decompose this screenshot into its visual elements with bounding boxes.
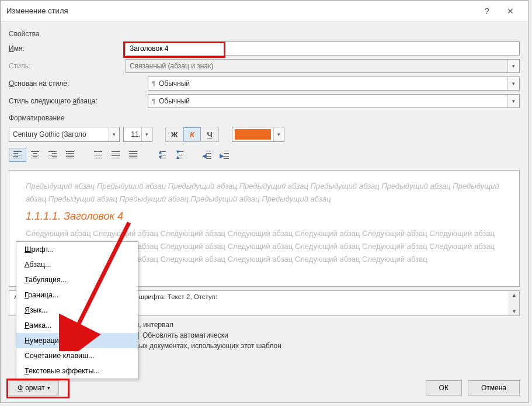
basedon-label: Основан на стиле: <box>9 79 126 88</box>
basedon-row: Основан на стиле: ¶ Обычный ▾ <box>9 77 520 91</box>
formatting-row: Century Gothic (Заголо ▾ 11,5 ▾ Ж К Ч ▾ <box>9 127 520 142</box>
styletype-combo: Связанный (абзац и знак) ▾ <box>126 59 520 73</box>
name-label: Имя: <box>9 44 126 53</box>
preview-prev-text: Предыдущий абзац Предыдущий абзац Предыд… <box>26 180 503 206</box>
chevron-down-icon[interactable]: ▾ <box>507 77 519 90</box>
format-menu: Шрифт... Абзац... Табуляция... Граница..… <box>16 241 138 379</box>
font-combo[interactable]: Century Gothic (Заголо ▾ <box>9 127 120 142</box>
menu-frame[interactable]: Рамка... <box>16 318 138 333</box>
preview-sample-text: 1.1.1.1. Заголовок 4 <box>26 210 503 223</box>
menu-tabs[interactable]: Табуляция... <box>16 272 138 287</box>
menu-shortcut[interactable]: Сочетание клавиш... <box>16 348 138 363</box>
ok-button[interactable]: ОК <box>426 380 462 395</box>
space-before-inc-button[interactable]: ▲▼ <box>152 148 170 162</box>
underline-button[interactable]: Ч <box>201 127 218 141</box>
titlebar: Изменение стиля ? ✕ <box>1 1 528 22</box>
styletype-label: Стиль: <box>9 62 126 70</box>
indent-dec-button[interactable]: ◀ <box>198 148 215 162</box>
modify-style-dialog: Изменение стиля ? ✕ Свойства Имя: Стиль:… <box>0 0 528 403</box>
italic-button[interactable]: К <box>183 127 201 141</box>
menu-numbering[interactable]: Нумерация... <box>16 333 138 348</box>
styletype-row: Стиль: Связанный (абзац и знак) ▾ <box>9 59 520 73</box>
basedon-value: Обычный <box>159 79 190 88</box>
align-left-button[interactable] <box>9 148 26 162</box>
font-style-group: Ж К Ч <box>165 127 219 142</box>
menu-paragraph[interactable]: Абзац... <box>16 257 138 272</box>
nextstyle-label: Стиль следующего абзаца: <box>9 97 126 105</box>
font-value: Century Gothic (Заголо <box>13 130 86 138</box>
pilcrow-icon: ¶ <box>152 98 155 105</box>
linespacing-2-button[interactable] <box>124 148 142 162</box>
close-button[interactable]: ✕ <box>499 6 522 16</box>
chevron-down-icon[interactable]: ▾ <box>109 127 119 141</box>
properties-label: Свойства <box>9 30 520 38</box>
help-button[interactable]: ? <box>475 6 499 16</box>
linespacing-1-button[interactable] <box>89 148 107 162</box>
dialog-title: Изменение стиля <box>6 6 475 15</box>
chevron-down-icon[interactable]: ▾ <box>141 127 152 141</box>
space-before-dec-button[interactable]: ▼▲ <box>170 148 187 162</box>
chevron-down-icon[interactable]: ▾ <box>507 95 519 107</box>
nextstyle-row: Стиль следующего абзаца: ¶ Обычный ▾ <box>9 94 520 108</box>
cancel-button[interactable]: Отмена <box>468 380 520 395</box>
scroll-down-icon[interactable]: ▼ <box>512 308 517 314</box>
menu-font[interactable]: Шрифт... <box>16 242 138 257</box>
menu-language[interactable]: Язык... <box>16 303 138 318</box>
nextstyle-combo[interactable]: ¶ Обычный ▾ <box>148 94 520 108</box>
basedon-combo[interactable]: ¶ Обычный ▾ <box>148 77 520 91</box>
nextstyle-value: Обычный <box>159 97 190 105</box>
name-input[interactable] <box>126 41 520 55</box>
footer: Формат▾ ОК Отмена <box>9 380 520 395</box>
caret-down-icon: ▾ <box>47 385 50 391</box>
linespacing-15-button[interactable] <box>107 148 124 162</box>
name-row: Имя: <box>9 41 520 55</box>
scroll-up-icon[interactable]: ▲ <box>512 292 517 298</box>
color-swatch <box>235 129 271 140</box>
format-button[interactable]: Формат▾ <box>9 380 59 395</box>
bold-button[interactable]: Ж <box>166 127 183 141</box>
menu-border[interactable]: Граница... <box>16 287 138 303</box>
chevron-down-icon: ▾ <box>507 60 519 72</box>
scrollbar[interactable]: ▲▼ <box>509 291 519 315</box>
align-justify-button[interactable] <box>61 148 79 162</box>
size-combo[interactable]: 11,5 ▾ <box>123 127 152 142</box>
menu-texteffects[interactable]: Текстовые эффекты... <box>16 363 138 379</box>
pilcrow-icon: ¶ <box>152 80 155 87</box>
paragraph-toolbar: ▲▼ ▼▲ ◀ ▶ <box>9 145 520 164</box>
align-right-button[interactable] <box>44 148 61 162</box>
formatting-label: Форматирование <box>9 114 520 122</box>
indent-inc-button[interactable]: ▶ <box>215 148 233 162</box>
font-color-combo[interactable]: ▾ <box>232 127 284 142</box>
align-center-button[interactable] <box>26 148 44 162</box>
styletype-value: Связанный (абзац и знак) <box>130 62 213 70</box>
chevron-down-icon[interactable]: ▾ <box>273 127 284 141</box>
